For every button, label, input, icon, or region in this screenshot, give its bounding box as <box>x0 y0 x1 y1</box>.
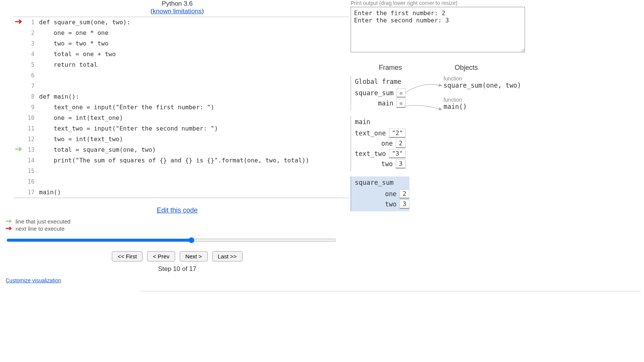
line-number: 17 <box>25 187 39 198</box>
objects-header: Objects <box>430 64 502 72</box>
var-row: square_sum <box>355 88 406 98</box>
var-name: text_two <box>355 150 389 157</box>
line-number: 2 <box>25 28 39 38</box>
prev-button[interactable]: < Prev <box>147 251 175 261</box>
line-number: 9 <box>25 102 39 113</box>
var-value: 2 <box>396 139 406 148</box>
var-name: two <box>385 200 400 208</box>
next-arrow-icon <box>6 225 13 232</box>
last-button[interactable]: Last >> <box>212 251 243 261</box>
line-number: 6 <box>25 70 39 81</box>
line-number: 13 <box>25 145 39 155</box>
var-row: text_one "2" <box>355 129 406 138</box>
line-number: 15 <box>25 166 39 176</box>
prev-line-arrow-icon <box>13 145 25 155</box>
code-line: 17main() <box>13 187 349 198</box>
object-type-label: function <box>443 97 521 103</box>
code-text: return total <box>39 60 97 70</box>
line-number: 3 <box>25 38 39 49</box>
code-text: total = square_sum(one, two) <box>39 145 156 155</box>
code-text: total = one + two <box>39 49 116 60</box>
var-row: two 3 <box>355 200 409 209</box>
var-row: one 2 <box>355 189 409 198</box>
code-text: text_one = input("Enter the first number… <box>39 102 214 113</box>
var-name: two <box>381 160 396 168</box>
object-type-label: function <box>443 76 521 82</box>
line-number: 4 <box>25 49 39 60</box>
legend-prev-text: line that just executed <box>16 218 71 225</box>
var-row: two 3 <box>355 159 406 168</box>
frame-global: Global frame square_sum main <box>351 76 406 110</box>
var-row: one 2 <box>355 139 406 148</box>
code-line: 14 print("The sum of squares of {} and {… <box>13 155 349 166</box>
prev-arrow-icon <box>6 218 13 225</box>
code-line: 15 <box>13 166 349 176</box>
frames-header: Frames <box>351 64 430 72</box>
code-line: 7 <box>13 81 349 91</box>
header: Python 3.6 (known limitations) <box>6 0 349 15</box>
line-number: 14 <box>25 155 39 166</box>
print-output-label: Print output (drag lower right corner to… <box>351 0 644 6</box>
var-name: main <box>378 99 396 107</box>
code-line: 4 total = one + two <box>13 49 349 60</box>
var-name: text_one <box>355 129 389 137</box>
code-line: 6 <box>13 70 349 81</box>
line-number: 10 <box>25 113 39 123</box>
customize-link[interactable]: Customize visualization <box>6 277 61 283</box>
code-text: one = int(text_one) <box>39 113 123 123</box>
var-name: one <box>381 140 396 147</box>
code-text: two = two * two <box>39 38 108 49</box>
line-number: 11 <box>25 123 39 134</box>
known-limitations-link[interactable]: known limitations <box>153 8 202 15</box>
var-value: 3 <box>400 200 409 209</box>
code-line: 8def main(): <box>13 91 349 102</box>
frames-objects-header: Frames Objects <box>351 64 502 72</box>
legend-next-text: next line to execute <box>16 225 64 232</box>
var-value: 3 <box>396 159 406 168</box>
frame-main-title: main <box>355 118 406 126</box>
var-value: "2" <box>389 129 406 138</box>
step-slider[interactable] <box>6 237 336 243</box>
object-item: function main() <box>443 97 521 110</box>
print-output-box[interactable]: Enter the first number: 2 Enter the seco… <box>351 7 525 52</box>
code-line: 10 one = int(text_one) <box>13 113 349 123</box>
code-line: 1def square_sum(one, two): <box>13 17 349 28</box>
code-text: print("The sum of squares of {} and {} i… <box>39 155 309 166</box>
code-line: 2 one = one * one <box>13 28 349 38</box>
code-text: main() <box>39 187 61 198</box>
frame-main: main text_one "2" one 2 text_two "3" two… <box>351 116 406 171</box>
code-line: 9 text_one = input("Enter the first numb… <box>13 102 349 113</box>
next-button[interactable]: Next > <box>180 251 208 261</box>
line-number: 5 <box>25 60 39 70</box>
var-name: square_sum <box>355 89 396 97</box>
code-line: 11 text_two = input("Enter the second nu… <box>13 123 349 134</box>
var-row: text_two "3" <box>355 149 406 158</box>
var-row: main <box>355 99 406 108</box>
code-text: def main(): <box>39 91 79 102</box>
first-button[interactable]: << First <box>112 251 143 261</box>
object-item: function square_sum(one, two) <box>443 76 521 89</box>
frame-square-sum: square_sum one 2 two 3 <box>351 176 409 211</box>
var-value: "3" <box>389 149 406 158</box>
line-number: 7 <box>25 81 39 91</box>
code-listing: 1def square_sum(one, two):2 one = one * … <box>13 17 349 198</box>
line-number: 12 <box>25 134 39 145</box>
objects-column: function square_sum(one, two) function m… <box>443 76 521 118</box>
code-line: 3 two = two * two <box>13 38 349 49</box>
var-value: 2 <box>400 189 409 198</box>
code-text: text_two = input("Enter the second numbe… <box>39 123 218 134</box>
edit-code-link[interactable]: Edit this code <box>157 206 197 214</box>
frame-global-title: Global frame <box>355 78 406 85</box>
object-value: square_sum(one, two) <box>443 82 521 89</box>
var-name: one <box>385 190 400 198</box>
code-text: one = one * one <box>39 28 108 38</box>
line-number: 8 <box>25 91 39 102</box>
frame-square-sum-title: square_sum <box>355 179 409 186</box>
code-text: two = int(text_two) <box>39 134 123 145</box>
code-text: def square_sum(one, two): <box>39 17 130 28</box>
code-line: 13 total = square_sum(one, two) <box>13 145 349 155</box>
code-line: 5 return total <box>13 60 349 70</box>
var-pointer <box>396 88 406 98</box>
legend: line that just executed next line to exe… <box>6 218 349 232</box>
next-line-arrow-icon <box>13 17 25 28</box>
